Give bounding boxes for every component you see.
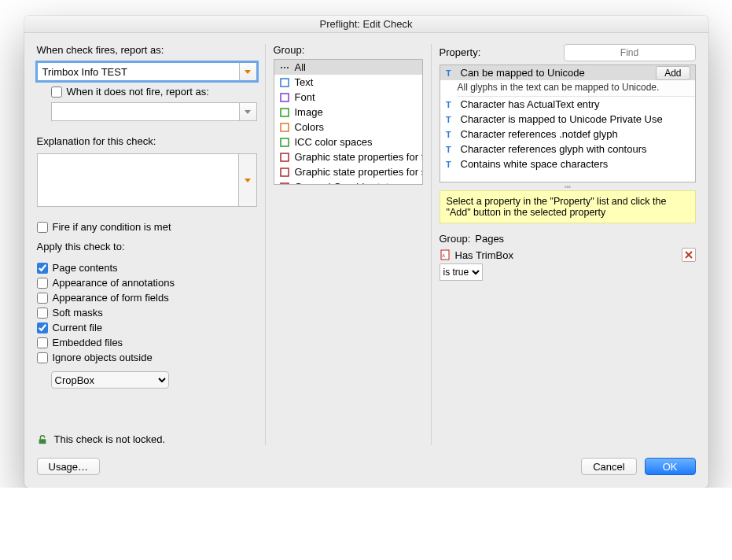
group-icon-gstate: [279, 152, 290, 163]
apply-checkbox-1[interactable]: [37, 278, 48, 289]
find-input[interactable]: [564, 44, 696, 61]
group-item-label: Graphic state properties for fill: [295, 151, 422, 163]
fireany-checkbox-input[interactable]: [37, 222, 48, 233]
explain-textarea[interactable]: [37, 153, 240, 207]
group-item-6[interactable]: Graphic state properties for fill: [274, 149, 422, 164]
unlock-icon: [37, 434, 48, 445]
hint-bar: Select a property in the "Property" list…: [440, 190, 696, 223]
text-icon: T: [445, 99, 456, 110]
svg-marker-2: [245, 179, 251, 182]
group-icon-icc: [279, 137, 290, 148]
apply-checkbox-0[interactable]: [37, 263, 48, 274]
window-title: Preflight: Edit Check: [24, 16, 708, 33]
text-icon: T: [445, 159, 456, 170]
group-item-5[interactable]: ICC color spaces: [274, 134, 422, 149]
text-icon: T: [445, 114, 456, 125]
group-item-label: Image: [295, 106, 323, 118]
group-icon-font: [279, 92, 290, 103]
pdf-icon: A: [440, 249, 451, 260]
notfire-combo-arrow[interactable]: [239, 103, 256, 120]
notfire-checkbox-input[interactable]: [51, 87, 62, 98]
apply-label-3: Soft masks: [53, 307, 103, 319]
group-listbox[interactable]: AllTextFontImageColorsICC color spacesGr…: [274, 59, 423, 185]
group-item-7[interactable]: Graphic state properties for stroke: [274, 164, 422, 179]
property-item-2[interactable]: TCharacter is mapped to Unicode Private …: [440, 112, 695, 127]
apply-item-0[interactable]: Page contents: [37, 262, 257, 274]
svg-text:T: T: [446, 115, 451, 124]
ignore-select[interactable]: CropBox: [51, 371, 169, 389]
detail-group-value: Pages: [475, 233, 504, 245]
group-item-label: Text: [295, 76, 314, 88]
apply-checkbox-6[interactable]: [37, 352, 48, 363]
svg-text:T: T: [446, 160, 451, 169]
property-item-4[interactable]: TCharacter references glyph with contour…: [440, 142, 695, 157]
group-icon-gstate: [279, 167, 290, 178]
preflight-edit-check-window: Preflight: Edit Check When check fires, …: [24, 16, 708, 488]
svg-rect-6: [287, 67, 289, 68]
apply-item-4[interactable]: Current file: [37, 322, 257, 333]
explain-label: Explanation for this check:: [37, 135, 257, 147]
apply-label: Apply this check to:: [37, 241, 257, 252]
fireany-checkbox[interactable]: Fire if any condition is met: [37, 221, 257, 233]
fires-combo-arrow[interactable]: [239, 63, 256, 80]
apply-label-2: Appearance of form fields: [53, 292, 169, 304]
apply-item-1[interactable]: Appearance of annotations: [37, 277, 257, 289]
lock-row: This check is not locked.: [37, 429, 257, 445]
apply-checkbox-5[interactable]: [37, 337, 48, 348]
apply-label-0: Page contents: [53, 262, 118, 274]
svg-rect-14: [281, 183, 289, 186]
explain-row: [37, 153, 257, 207]
ok-button[interactable]: OK: [645, 458, 696, 475]
group-item-3[interactable]: Image: [274, 105, 422, 120]
apply-label-5: Embedded files: [53, 337, 123, 348]
property-item-label: Character has ActualText entry: [461, 98, 600, 110]
property-item-1[interactable]: TCharacter has ActualText entry: [440, 97, 695, 112]
splitter-grip[interactable]: ┅: [440, 182, 696, 190]
group-item-8[interactable]: General Graphic state properties: [274, 179, 422, 185]
group-icon-all: [279, 62, 290, 73]
svg-marker-1: [245, 110, 251, 114]
footer: Usage… Cancel OK: [24, 450, 708, 488]
remove-button[interactable]: [682, 248, 696, 262]
group-item-0[interactable]: All: [274, 60, 422, 75]
svg-rect-12: [281, 153, 289, 161]
group-item-label: All: [295, 61, 306, 73]
apply-item-2[interactable]: Appearance of form fields: [37, 292, 257, 304]
notfire-combo[interactable]: [51, 102, 257, 121]
svg-text:A: A: [442, 253, 445, 258]
fires-combo[interactable]: [37, 62, 257, 81]
group-item-label: General Graphic state properties: [295, 181, 422, 185]
property-listbox[interactable]: TCan be mapped to UnicodeAddAll glyphs i…: [440, 64, 696, 182]
apply-list: Page contentsAppearance of annotationsAp…: [37, 259, 257, 367]
property-item-label: Contains white space characters: [461, 158, 609, 170]
property-item-3[interactable]: TCharacter references .notdef glyph: [440, 127, 695, 142]
add-button[interactable]: Add: [656, 66, 690, 80]
property-item-label: Character references glyph with contours: [461, 143, 647, 155]
fires-input[interactable]: [38, 66, 239, 78]
svg-text:T: T: [446, 145, 451, 154]
apply-item-3[interactable]: Soft masks: [37, 307, 257, 319]
notfire-checkbox[interactable]: When it does not fire, report as:: [51, 86, 257, 98]
apply-item-5[interactable]: Embedded files: [37, 337, 257, 348]
usage-button[interactable]: Usage…: [37, 458, 101, 475]
notfire-input[interactable]: [52, 106, 239, 118]
apply-label-4: Current file: [53, 322, 103, 333]
group-item-1[interactable]: Text: [274, 75, 422, 90]
explain-arrow[interactable]: [239, 153, 256, 207]
apply-checkbox-2[interactable]: [37, 293, 48, 304]
cancel-button[interactable]: Cancel: [581, 458, 636, 475]
property-item-0[interactable]: TCan be mapped to UnicodeAdd: [440, 65, 695, 80]
left-column: When check fires, report as: When it doe…: [37, 44, 257, 445]
svg-text:T: T: [446, 130, 451, 139]
apply-checkbox-4[interactable]: [37, 322, 48, 333]
apply-checkbox-3[interactable]: [37, 308, 48, 319]
apply-item-6[interactable]: Ignore objects outside: [37, 352, 257, 363]
apply-label-6: Ignore objects outside: [53, 352, 153, 363]
group-item-2[interactable]: Font: [274, 90, 422, 105]
condition-select[interactable]: is true: [440, 263, 483, 281]
property-label: Property:: [440, 46, 481, 58]
group-item-4[interactable]: Colors: [274, 120, 422, 134]
property-item-5[interactable]: TContains white space characters: [440, 157, 695, 171]
text-icon: T: [445, 129, 456, 140]
property-item-desc: All glyphs in the text can be mapped to …: [458, 80, 695, 97]
